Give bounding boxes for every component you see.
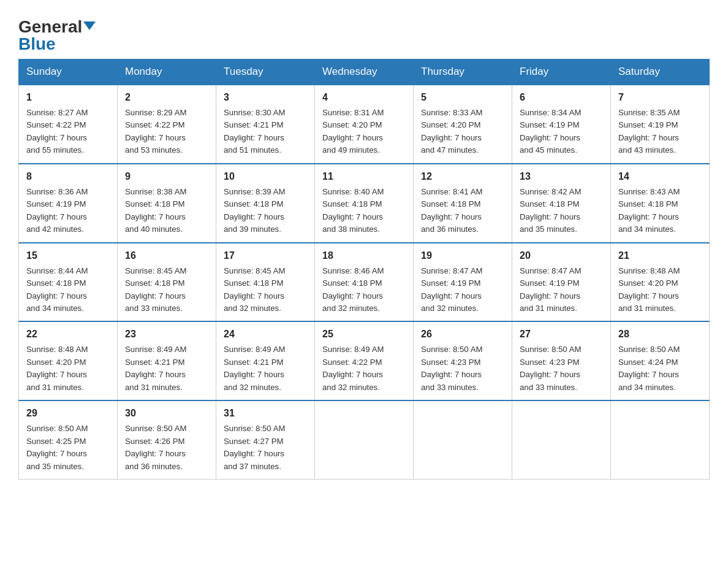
day-number: 22 <box>26 327 111 342</box>
day-info: Sunrise: 8:31 AMSunset: 4:20 PMDaylight:… <box>322 108 384 155</box>
day-info: Sunrise: 8:50 AMSunset: 4:23 PMDaylight:… <box>421 345 482 391</box>
logo-general: General <box>18 18 82 36</box>
week-row-3: 15Sunrise: 8:44 AMSunset: 4:18 PMDayligh… <box>19 243 710 322</box>
day-info: Sunrise: 8:38 AMSunset: 4:18 PMDaylight:… <box>125 187 186 234</box>
day-info: Sunrise: 8:50 AMSunset: 4:23 PMDaylight:… <box>520 345 581 391</box>
day-cell: 18Sunrise: 8:46 AMSunset: 4:18 PMDayligh… <box>315 243 414 322</box>
day-cell: 12Sunrise: 8:41 AMSunset: 4:18 PMDayligh… <box>414 164 512 243</box>
day-number: 30 <box>125 406 210 421</box>
day-cell: 5Sunrise: 8:33 AMSunset: 4:20 PMDaylight… <box>414 85 512 164</box>
day-cell: 14Sunrise: 8:43 AMSunset: 4:18 PMDayligh… <box>611 164 710 243</box>
day-info: Sunrise: 8:39 AMSunset: 4:18 PMDaylight:… <box>224 187 285 234</box>
day-number: 9 <box>125 169 210 184</box>
col-header-thursday: Thursday <box>414 59 512 85</box>
day-cell: 15Sunrise: 8:44 AMSunset: 4:18 PMDayligh… <box>19 243 118 322</box>
day-info: Sunrise: 8:46 AMSunset: 4:18 PMDaylight:… <box>322 266 384 313</box>
day-info: Sunrise: 8:29 AMSunset: 4:22 PMDaylight:… <box>125 108 186 155</box>
day-number: 1 <box>26 90 111 105</box>
day-cell: 23Sunrise: 8:49 AMSunset: 4:21 PMDayligh… <box>118 321 216 400</box>
header: General Blue <box>18 12 710 53</box>
col-header-tuesday: Tuesday <box>216 59 315 85</box>
day-cell: 29Sunrise: 8:50 AMSunset: 4:25 PMDayligh… <box>19 400 118 479</box>
day-cell: 19Sunrise: 8:47 AMSunset: 4:19 PMDayligh… <box>414 243 512 322</box>
logo-triangle-icon <box>83 21 96 30</box>
week-row-5: 29Sunrise: 8:50 AMSunset: 4:25 PMDayligh… <box>19 400 710 479</box>
day-number: 23 <box>125 327 210 342</box>
day-cell: 20Sunrise: 8:47 AMSunset: 4:19 PMDayligh… <box>512 243 611 322</box>
day-number: 17 <box>224 248 308 263</box>
day-number: 21 <box>618 248 703 263</box>
day-info: Sunrise: 8:34 AMSunset: 4:19 PMDaylight:… <box>520 108 581 155</box>
day-cell: 4Sunrise: 8:31 AMSunset: 4:20 PMDaylight… <box>315 85 414 164</box>
day-cell: 22Sunrise: 8:48 AMSunset: 4:20 PMDayligh… <box>19 321 118 400</box>
day-number: 11 <box>322 169 407 184</box>
day-info: Sunrise: 8:42 AMSunset: 4:18 PMDaylight:… <box>520 187 581 234</box>
calendar-table: SundayMondayTuesdayWednesdayThursdayFrid… <box>18 59 710 480</box>
day-info: Sunrise: 8:49 AMSunset: 4:22 PMDaylight:… <box>322 345 384 391</box>
day-number: 5 <box>421 90 506 105</box>
day-cell <box>414 400 512 479</box>
day-number: 31 <box>224 406 308 421</box>
day-number: 25 <box>322 327 407 342</box>
day-info: Sunrise: 8:45 AMSunset: 4:18 PMDaylight:… <box>125 266 186 313</box>
day-info: Sunrise: 8:30 AMSunset: 4:21 PMDaylight:… <box>224 108 285 155</box>
day-cell: 16Sunrise: 8:45 AMSunset: 4:18 PMDayligh… <box>118 243 216 322</box>
day-number: 4 <box>322 90 407 105</box>
day-number: 15 <box>26 248 111 263</box>
day-cell: 17Sunrise: 8:45 AMSunset: 4:18 PMDayligh… <box>216 243 315 322</box>
day-info: Sunrise: 8:49 AMSunset: 4:21 PMDaylight:… <box>125 345 186 391</box>
calendar-header-row: SundayMondayTuesdayWednesdayThursdayFrid… <box>19 59 710 85</box>
day-cell: 1Sunrise: 8:27 AMSunset: 4:22 PMDaylight… <box>19 85 118 164</box>
day-cell: 24Sunrise: 8:49 AMSunset: 4:21 PMDayligh… <box>216 321 315 400</box>
col-header-friday: Friday <box>512 59 611 85</box>
day-info: Sunrise: 8:43 AMSunset: 4:18 PMDaylight:… <box>618 187 680 234</box>
day-number: 14 <box>618 169 703 184</box>
day-cell: 31Sunrise: 8:50 AMSunset: 4:27 PMDayligh… <box>216 400 315 479</box>
day-cell: 9Sunrise: 8:38 AMSunset: 4:18 PMDaylight… <box>118 164 216 243</box>
day-info: Sunrise: 8:36 AMSunset: 4:19 PMDaylight:… <box>26 187 88 234</box>
day-number: 20 <box>520 248 604 263</box>
day-info: Sunrise: 8:40 AMSunset: 4:18 PMDaylight:… <box>322 187 384 234</box>
col-header-wednesday: Wednesday <box>315 59 414 85</box>
day-cell: 11Sunrise: 8:40 AMSunset: 4:18 PMDayligh… <box>315 164 414 243</box>
day-info: Sunrise: 8:27 AMSunset: 4:22 PMDaylight:… <box>26 108 88 155</box>
day-cell <box>512 400 611 479</box>
week-row-2: 8Sunrise: 8:36 AMSunset: 4:19 PMDaylight… <box>19 164 710 243</box>
day-number: 28 <box>618 327 703 342</box>
day-info: Sunrise: 8:45 AMSunset: 4:18 PMDaylight:… <box>224 266 285 313</box>
day-info: Sunrise: 8:50 AMSunset: 4:26 PMDaylight:… <box>125 424 186 470</box>
day-info: Sunrise: 8:49 AMSunset: 4:21 PMDaylight:… <box>224 345 285 391</box>
day-info: Sunrise: 8:48 AMSunset: 4:20 PMDaylight:… <box>26 345 88 391</box>
day-info: Sunrise: 8:44 AMSunset: 4:18 PMDaylight:… <box>26 266 88 313</box>
day-info: Sunrise: 8:33 AMSunset: 4:20 PMDaylight:… <box>421 108 482 155</box>
day-cell: 13Sunrise: 8:42 AMSunset: 4:18 PMDayligh… <box>512 164 611 243</box>
day-number: 16 <box>125 248 210 263</box>
day-cell: 26Sunrise: 8:50 AMSunset: 4:23 PMDayligh… <box>414 321 512 400</box>
day-info: Sunrise: 8:35 AMSunset: 4:19 PMDaylight:… <box>618 108 680 155</box>
day-info: Sunrise: 8:41 AMSunset: 4:18 PMDaylight:… <box>421 187 482 234</box>
day-info: Sunrise: 8:50 AMSunset: 4:24 PMDaylight:… <box>618 345 680 391</box>
day-number: 10 <box>224 169 308 184</box>
day-number: 8 <box>26 169 111 184</box>
day-info: Sunrise: 8:47 AMSunset: 4:19 PMDaylight:… <box>421 266 482 313</box>
day-number: 24 <box>224 327 308 342</box>
day-cell <box>315 400 414 479</box>
logo: General Blue <box>18 18 96 53</box>
day-number: 19 <box>421 248 506 263</box>
day-cell: 3Sunrise: 8:30 AMSunset: 4:21 PMDaylight… <box>216 85 315 164</box>
day-number: 3 <box>224 90 308 105</box>
day-cell: 30Sunrise: 8:50 AMSunset: 4:26 PMDayligh… <box>118 400 216 479</box>
day-cell: 28Sunrise: 8:50 AMSunset: 4:24 PMDayligh… <box>611 321 710 400</box>
day-cell: 21Sunrise: 8:48 AMSunset: 4:20 PMDayligh… <box>611 243 710 322</box>
day-number: 6 <box>520 90 604 105</box>
day-info: Sunrise: 8:50 AMSunset: 4:27 PMDaylight:… <box>224 424 285 470</box>
day-number: 13 <box>520 169 604 184</box>
day-cell <box>611 400 710 479</box>
week-row-1: 1Sunrise: 8:27 AMSunset: 4:22 PMDaylight… <box>19 85 710 164</box>
col-header-monday: Monday <box>118 59 216 85</box>
day-number: 26 <box>421 327 506 342</box>
day-cell: 25Sunrise: 8:49 AMSunset: 4:22 PMDayligh… <box>315 321 414 400</box>
day-cell: 6Sunrise: 8:34 AMSunset: 4:19 PMDaylight… <box>512 85 611 164</box>
day-number: 29 <box>26 406 111 421</box>
day-cell: 7Sunrise: 8:35 AMSunset: 4:19 PMDaylight… <box>611 85 710 164</box>
